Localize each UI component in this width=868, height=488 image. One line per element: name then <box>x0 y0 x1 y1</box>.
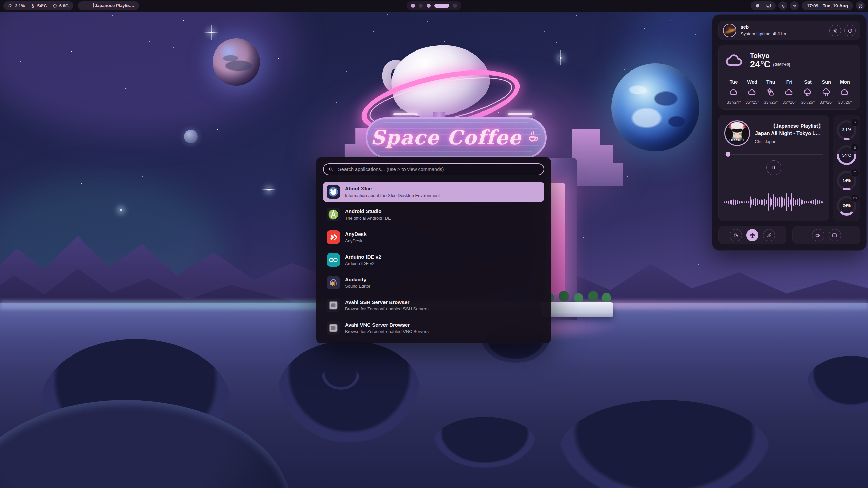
visualizer-bar <box>811 200 812 204</box>
clock-text: 17:09 - Tue, 19 Aug <box>807 3 848 8</box>
app-texts: Arduino IDE v2 Arduino IDE v2 <box>345 254 381 266</box>
user-action-button[interactable] <box>829 25 841 36</box>
tray-item[interactable] <box>755 3 761 8</box>
grid-icon <box>858 3 863 8</box>
app-list: About Xfce Information about the Xfce De… <box>323 182 544 338</box>
visualizer-bar <box>822 201 823 203</box>
stat-icon <box>8 3 13 8</box>
workspace-indicator <box>407 1 461 10</box>
workspace-dot[interactable] <box>427 4 431 8</box>
clock[interactable]: 17:09 - Tue, 19 Aug <box>802 1 853 10</box>
workspace-dot[interactable] <box>434 4 449 8</box>
visualizer-bar <box>815 199 816 205</box>
search-input[interactable] <box>337 166 539 172</box>
capture-button[interactable] <box>829 229 841 241</box>
topbar-right: 17:09 - Tue, 19 Aug <box>751 1 865 10</box>
play-pause-button[interactable] <box>766 160 781 175</box>
app-icon <box>327 321 340 335</box>
visualizer-bar <box>768 193 769 211</box>
volume-button[interactable] <box>790 1 799 10</box>
visualizer-bar <box>804 201 805 204</box>
weather-card: Tokyo 24°C (GMT+9) Tue 33°/24° Wed 35°/2… <box>718 45 860 110</box>
workspace-dot[interactable] <box>411 4 415 8</box>
track-progress[interactable] <box>724 152 823 157</box>
visualizer-bar <box>737 200 738 204</box>
gauge-badge <box>851 169 859 177</box>
power-profile-button[interactable] <box>730 229 742 241</box>
top-panel: 3.1% 54°C 6.8G 【Japanese Playlist】 J... <box>0 0 868 12</box>
visualizer-bar <box>762 200 763 205</box>
user-card: seb System Uptime: 4h11m <box>718 21 860 40</box>
avatar[interactable] <box>723 24 736 37</box>
visualizer-bar <box>755 198 756 206</box>
shop-planter <box>541 302 613 317</box>
workspace-dot[interactable] <box>453 4 457 8</box>
control-center-panel: seb System Uptime: 4h11m Tokyo 24°C (GMT… <box>712 14 867 251</box>
power-profile-icon <box>733 232 739 238</box>
visualizer-bar <box>735 200 736 205</box>
app-icon <box>327 253 340 267</box>
app-list-item[interactable]: Android Studio The official Android IDE <box>323 204 544 225</box>
app-description: Information about the Xfce Desktop Envir… <box>345 193 440 198</box>
pause-icon <box>771 165 777 171</box>
power-profile-button[interactable] <box>746 229 758 241</box>
app-launcher: About Xfce Information about the Xfce De… <box>316 157 551 343</box>
app-list-item[interactable]: Avahi VNC Server Browser Browse for Zero… <box>323 318 544 338</box>
stat-value: 6.8G <box>59 3 69 8</box>
app-icon <box>327 185 340 199</box>
visualizer-bar <box>744 201 745 203</box>
forecast-temps: 33°/26° <box>820 100 833 105</box>
visualizer-bar <box>771 199 772 205</box>
track-artist: Chill Japan. <box>755 139 823 144</box>
progress-knob[interactable] <box>726 152 730 157</box>
system-tray <box>751 1 776 10</box>
system-gauge: 54°C <box>837 145 856 165</box>
sparkle-star <box>210 31 213 34</box>
album-art: TOKYO L <box>724 120 750 146</box>
app-list-item[interactable]: Arduino IDE v2 Arduino IDE v2 <box>323 250 544 270</box>
gauge-icon <box>853 121 857 125</box>
forecast-day-label: Tue <box>730 79 738 85</box>
visualizer-bar <box>795 200 796 205</box>
gauge-badge <box>851 195 859 202</box>
user-name: seb <box>741 24 786 30</box>
sparkle-star <box>120 209 122 211</box>
workspace-dot[interactable] <box>419 4 423 8</box>
visualizer-bar <box>759 200 760 204</box>
crater <box>434 417 536 468</box>
audio-visualizer <box>724 188 823 216</box>
app-description: Browse for Zeroconf-enabled VNC Servers <box>345 329 429 334</box>
tray-item[interactable] <box>766 3 771 8</box>
capture-button[interactable] <box>812 229 824 241</box>
app-list-item[interactable]: Audacity Sound Editor <box>323 272 544 293</box>
visualizer-bar <box>801 199 802 205</box>
user-action-button[interactable] <box>844 25 856 36</box>
forecast-day: Tue 33°/24° <box>725 79 743 105</box>
now-playing-pill[interactable]: 【Japanese Playlist】 J... <box>78 1 139 10</box>
track-title: 【Japanese Playlist】 Japan All Night - To… <box>755 122 823 137</box>
forecast-temps: 35°/25° <box>745 100 759 105</box>
visualizer-bar <box>813 200 814 204</box>
app-list-item[interactable]: About Xfce Information about the Xfce De… <box>323 182 544 202</box>
app-title: AnyDesk <box>345 231 367 237</box>
tray-icon <box>766 3 771 8</box>
app-list-item[interactable]: Avahi SSH Server Browser Browse for Zero… <box>323 295 544 316</box>
progress-track <box>724 154 823 155</box>
media-player-card: TOKYO L 【Japanese Playlist】 Japan All Ni… <box>718 115 829 221</box>
power-profile-button[interactable] <box>763 229 775 241</box>
system-stats-pill[interactable]: 3.1% 54°C 6.8G <box>3 1 73 10</box>
overview-button[interactable] <box>856 1 865 10</box>
system-gauge: 3.1% <box>837 120 856 140</box>
app-list-item[interactable]: AnyDesk AnyDesk <box>323 227 544 247</box>
visualizer-bar <box>733 199 734 205</box>
search-bar[interactable] <box>323 163 544 175</box>
visualizer-bar <box>730 200 731 204</box>
user-actions <box>829 25 856 36</box>
app-icon <box>327 299 340 312</box>
visualizer-bar <box>764 199 765 206</box>
notifications-button[interactable] <box>778 1 787 10</box>
visualizer-bar <box>810 201 811 203</box>
speaker-icon <box>792 3 797 8</box>
visualizer-bar <box>731 200 732 205</box>
app-title: About Xfce <box>345 186 440 192</box>
